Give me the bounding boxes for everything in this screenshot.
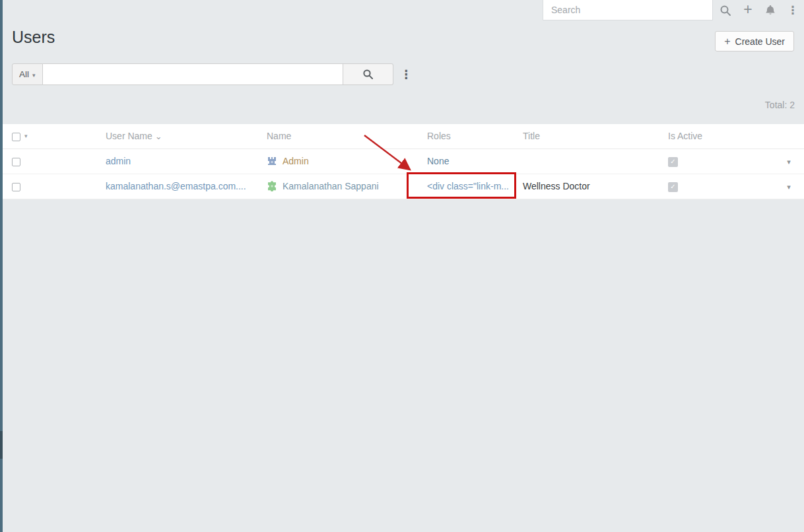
topbar-icons: + ⋮	[714, 0, 804, 20]
column-header-label: User Name	[106, 131, 152, 141]
select-all-checkbox[interactable]	[12, 133, 20, 141]
sort-chevron-down-icon: ⌄	[155, 131, 162, 141]
table-row: kamalanathan.s@emastpa.com.... Kamalanat…	[0, 174, 804, 199]
users-table: ▾ User Name⌄ Name Roles Title Is Active …	[0, 124, 804, 199]
avatar	[267, 181, 277, 191]
column-header-title[interactable]: Title	[511, 124, 656, 149]
list-options-kebab-icon[interactable]: ⋮	[393, 63, 420, 85]
table-header-row: ▾ User Name⌄ Name Roles Title Is Active	[0, 124, 804, 149]
left-edge-strip	[0, 0, 3, 532]
list-search-input[interactable]	[43, 63, 343, 85]
quick-create-plus-icon[interactable]: +	[737, 0, 759, 20]
left-scrollbar-thumb[interactable]	[0, 431, 3, 459]
total-count: Total: 2	[765, 100, 795, 110]
list-search-button[interactable]	[343, 63, 393, 85]
create-user-label: Create User	[735, 36, 785, 47]
select-actions-caret-icon[interactable]: ▾	[24, 133, 28, 139]
filter-scope-label: All	[19, 69, 29, 79]
user-name-link[interactable]: admin	[106, 156, 131, 166]
roles-value[interactable]: None	[427, 156, 449, 166]
topbar: + ⋮	[0, 0, 804, 21]
search-icon	[362, 69, 374, 80]
filter-scope-dropdown[interactable]: All ▾	[12, 63, 43, 85]
user-full-name[interactable]: Kamalanathan Sappani	[283, 181, 379, 191]
create-user-button[interactable]: + Create User	[715, 31, 794, 51]
page-title: Users	[12, 28, 55, 47]
table-row: admin Admin None ✓ ▾	[0, 149, 804, 174]
row-checkbox[interactable]	[12, 158, 20, 166]
avatar	[267, 156, 277, 166]
column-header-is-active[interactable]: Is Active	[656, 124, 774, 149]
check-icon: ✓	[670, 183, 675, 190]
list-search-row: All ▾ ⋮	[12, 63, 420, 85]
row-checkbox[interactable]	[12, 183, 20, 191]
row-actions-caret-icon[interactable]: ▾	[787, 183, 791, 191]
column-header-roles[interactable]: Roles	[415, 124, 511, 149]
roles-value[interactable]: <div class="link-m...	[427, 181, 509, 191]
column-header-user-name[interactable]: User Name⌄	[94, 124, 255, 149]
user-name-link[interactable]: kamalanathan.s@emastpa.com....	[106, 181, 246, 191]
title-value: Wellness Doctor	[523, 181, 590, 191]
is-active-checkbox: ✓	[668, 182, 678, 192]
search-icon[interactable]	[714, 0, 737, 20]
row-actions-caret-icon[interactable]: ▾	[787, 158, 791, 166]
bell-icon[interactable]	[759, 0, 782, 20]
caret-down-icon: ▾	[32, 72, 36, 79]
check-icon: ✓	[670, 158, 675, 165]
topbar-menu-kebab-icon[interactable]: ⋮	[782, 0, 804, 20]
column-header-name[interactable]: Name	[255, 124, 415, 149]
is-active-checkbox: ✓	[668, 157, 678, 167]
global-search-input[interactable]	[543, 0, 713, 20]
user-full-name[interactable]: Admin	[283, 156, 309, 166]
plus-icon: +	[724, 36, 730, 48]
